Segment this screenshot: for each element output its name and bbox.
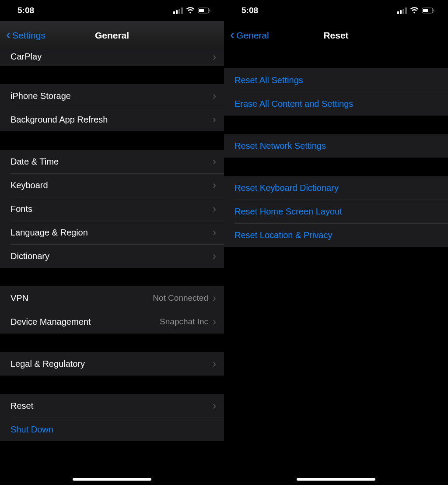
row-iphone-storage[interactable]: iPhone Storage › (0, 84, 224, 108)
chevron-right-icon: › (213, 316, 216, 327)
svg-rect-5 (434, 10, 434, 12)
row-erase-all[interactable]: Erase All Content and Settings (224, 92, 448, 116)
row-reset-network[interactable]: Reset Network Settings (224, 134, 448, 158)
row-shut-down[interactable]: Shut Down (0, 418, 224, 441)
row-device-management[interactable]: Device Management Snapchat Inc › (0, 310, 224, 334)
cellular-signal-icon (173, 7, 183, 14)
row-fonts[interactable]: Fonts › (0, 197, 224, 221)
home-indicator[interactable] (73, 478, 151, 481)
phone-general: 5:08 ‹ Settings General CarPlay › (0, 0, 224, 485)
row-reset-keyboard-dict[interactable]: Reset Keyboard Dictionary (224, 176, 448, 200)
svg-rect-4 (423, 9, 428, 12)
home-indicator[interactable] (297, 478, 375, 481)
row-background-app-refresh[interactable]: Background App Refresh › (0, 108, 224, 131)
back-label: General (236, 30, 269, 41)
battery-icon (422, 7, 435, 14)
chevron-right-icon: › (213, 114, 216, 125)
row-language-region[interactable]: Language & Region › (0, 221, 224, 244)
battery-icon (198, 7, 211, 14)
svg-rect-2 (210, 10, 210, 12)
status-indicators (173, 7, 211, 14)
chevron-right-icon: › (213, 52, 216, 62)
back-label: Settings (12, 30, 46, 41)
chevron-right-icon: › (213, 358, 216, 369)
chevron-right-icon: › (213, 204, 216, 214)
chevron-right-icon: › (213, 251, 216, 261)
nav-bar: ‹ General Reset (224, 21, 448, 50)
nav-bar: ‹ Settings General (0, 21, 224, 50)
chevron-right-icon: › (213, 180, 216, 190)
status-bar: 5:08 (0, 0, 224, 21)
chevron-left-icon: ‹ (6, 28, 10, 41)
status-bar: 5:08 (224, 0, 448, 21)
phone-reset: 5:08 ‹ General Reset Reset All Settings (224, 0, 448, 485)
status-time: 5:08 (18, 6, 34, 15)
svg-rect-1 (199, 9, 204, 12)
wifi-icon (186, 7, 195, 14)
chevron-right-icon: › (213, 227, 216, 238)
chevron-right-icon: › (213, 293, 216, 303)
row-vpn[interactable]: VPN Not Connected › (0, 286, 224, 310)
back-button[interactable]: ‹ Settings (6, 30, 46, 41)
row-reset-location-privacy[interactable]: Reset Location & Privacy (224, 223, 448, 247)
wifi-icon (410, 7, 419, 14)
chevron-right-icon: › (213, 91, 216, 101)
row-keyboard[interactable]: Keyboard › (0, 173, 224, 197)
back-button[interactable]: ‹ General (230, 30, 269, 41)
cellular-signal-icon (397, 7, 407, 14)
status-indicators (397, 7, 435, 14)
chevron-right-icon: › (213, 401, 216, 411)
status-time: 5:08 (242, 6, 258, 15)
row-reset-home-layout[interactable]: Reset Home Screen Layout (224, 200, 448, 223)
row-reset[interactable]: Reset › (0, 394, 224, 418)
chevron-left-icon: ‹ (230, 28, 234, 41)
row-reset-all-settings[interactable]: Reset All Settings (224, 68, 448, 92)
row-carplay[interactable]: CarPlay › (0, 50, 224, 66)
chevron-right-icon: › (213, 156, 216, 167)
settings-list[interactable]: CarPlay › iPhone Storage › Background Ap… (0, 50, 224, 485)
row-dictionary[interactable]: Dictionary › (0, 244, 224, 268)
reset-list[interactable]: Reset All Settings Erase All Content and… (224, 50, 448, 485)
row-legal-regulatory[interactable]: Legal & Regulatory › (0, 352, 224, 376)
row-date-time[interactable]: Date & Time › (0, 150, 224, 173)
